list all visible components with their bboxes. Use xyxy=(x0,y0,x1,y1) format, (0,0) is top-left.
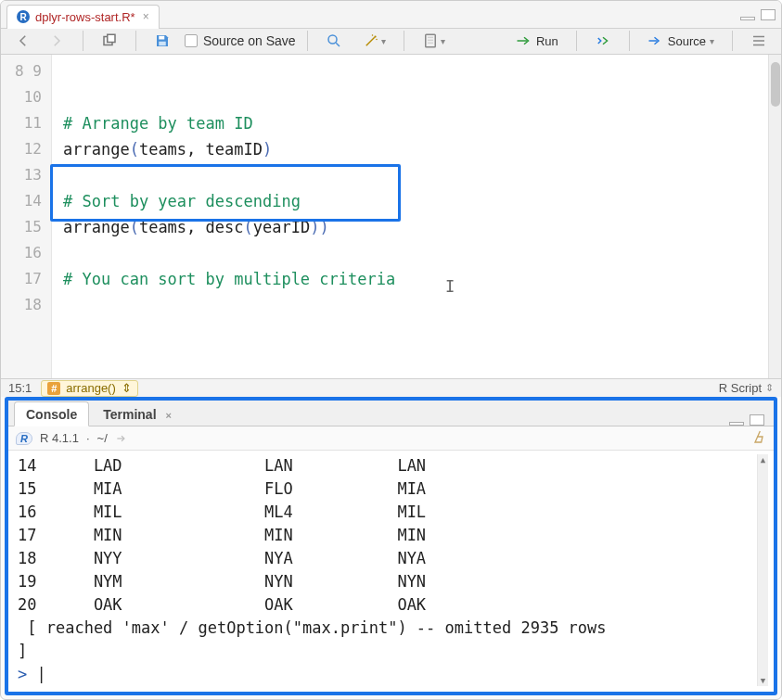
arrow-right-icon xyxy=(48,32,65,49)
broom-icon xyxy=(751,429,766,444)
svg-line-6 xyxy=(365,38,374,46)
compile-report-button[interactable]: ▾ xyxy=(416,29,452,53)
svg-line-5 xyxy=(336,44,340,47)
code-tools-button[interactable]: ▾ xyxy=(356,29,392,53)
forward-button[interactable] xyxy=(42,29,71,53)
updown-icon: ⇕ xyxy=(765,382,774,394)
svg-point-7 xyxy=(374,36,376,38)
close-icon[interactable]: × xyxy=(165,410,171,421)
console-pane: Console Terminal × R R 4.1.1 · ~/ 14 LAD xyxy=(5,397,777,695)
show-in-new-window-button[interactable] xyxy=(95,29,124,53)
run-button[interactable]: Run xyxy=(509,29,565,53)
file-tab[interactable]: R dplyr-rows-start.R* × xyxy=(6,5,160,29)
svg-rect-3 xyxy=(159,42,166,46)
r-logo-icon: R xyxy=(16,432,32,445)
outline-button[interactable] xyxy=(744,29,774,53)
file-tab-label: dplyr-rows-start.R* xyxy=(35,10,135,24)
rstudio-window: R dplyr-rows-start.R* × Source xyxy=(0,0,782,700)
arrow-left-icon xyxy=(15,32,32,49)
console-scrollbar[interactable]: ▲ ▼ xyxy=(757,454,768,686)
svg-point-9 xyxy=(376,39,378,41)
save-icon xyxy=(154,32,171,49)
text-cursor-icon: I xyxy=(445,274,455,299)
source-on-save-label: Source on Save xyxy=(203,33,296,48)
scroll-down-icon[interactable]: ▼ xyxy=(758,675,768,686)
outline-icon xyxy=(750,32,767,49)
svg-rect-10 xyxy=(425,35,435,48)
minimize-pane-icon[interactable] xyxy=(729,422,744,426)
scope-indicator[interactable]: # arrange() ⇕ xyxy=(41,380,137,397)
search-icon xyxy=(326,32,342,49)
svg-rect-1 xyxy=(108,35,115,43)
minimize-pane-icon[interactable] xyxy=(740,17,755,20)
run-label: Run xyxy=(536,34,558,48)
rerun-icon xyxy=(595,32,611,49)
back-button[interactable] xyxy=(8,29,38,53)
r-file-icon: R xyxy=(17,10,30,23)
tab-console[interactable]: Console xyxy=(14,401,89,426)
popout-icon[interactable] xyxy=(115,432,128,445)
run-icon xyxy=(516,32,532,49)
console-toolbar: R R 4.1.1 · ~/ xyxy=(8,426,774,451)
editor-scrollbar[interactable] xyxy=(768,55,781,378)
save-button[interactable] xyxy=(147,29,177,53)
code-area[interactable]: # Arrange by team ID arrange(teams, team… xyxy=(52,55,768,378)
editor-toolbar: Source on Save ▾ ▾ Run Source ▾ xyxy=(1,29,781,55)
source-icon xyxy=(647,32,664,49)
popout-icon xyxy=(101,32,118,49)
source-button[interactable]: Source ▾ xyxy=(641,29,721,53)
scrollbar-thumb[interactable] xyxy=(771,62,780,107)
svg-point-8 xyxy=(371,35,373,37)
clear-console-button[interactable] xyxy=(751,429,766,447)
language-mode[interactable]: R Script ⇕ xyxy=(719,381,774,395)
console-output[interactable]: 14 LAD LAN LAN 15 MIA FLO MIA 16 MIL ML4… xyxy=(8,451,774,692)
line-number-gutter: 8 9 10 11 12 13 14 15 16 17 18 xyxy=(1,55,52,378)
updown-icon: ⇕ xyxy=(122,381,132,395)
language-label: R Script xyxy=(719,381,762,395)
hash-icon: # xyxy=(47,382,60,395)
maximize-pane-icon[interactable] xyxy=(761,9,776,20)
checkbox-empty-icon xyxy=(185,34,198,47)
find-replace-button[interactable] xyxy=(319,29,349,53)
source-on-save-toggle[interactable]: Source on Save xyxy=(185,33,296,48)
notebook-icon xyxy=(422,32,439,49)
maximize-pane-icon[interactable] xyxy=(750,414,764,426)
svg-point-4 xyxy=(328,35,337,44)
pane-controls xyxy=(740,9,776,20)
source-editor[interactable]: 8 9 10 11 12 13 14 15 16 17 18 # Arrange… xyxy=(1,55,781,378)
source-label: Source xyxy=(668,34,706,48)
tab-terminal-label: Terminal xyxy=(103,407,156,422)
close-icon[interactable]: × xyxy=(143,10,149,23)
wand-icon xyxy=(363,32,379,49)
scroll-up-icon[interactable]: ▲ xyxy=(758,454,768,465)
cursor-position: 15:1 xyxy=(8,381,32,395)
file-tab-bar: R dplyr-rows-start.R* × xyxy=(1,1,781,29)
rerun-button[interactable] xyxy=(588,29,618,53)
tab-terminal[interactable]: Terminal × xyxy=(91,401,184,426)
console-tab-bar: Console Terminal × xyxy=(8,401,774,426)
scope-label: arrange() xyxy=(66,381,115,395)
svg-rect-2 xyxy=(159,36,164,40)
editor-statusbar: 15:1 # arrange() ⇕ R Script ⇕ xyxy=(1,378,781,397)
tab-console-label: Console xyxy=(26,407,77,422)
